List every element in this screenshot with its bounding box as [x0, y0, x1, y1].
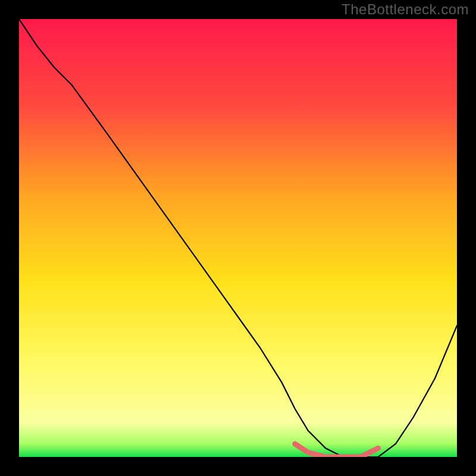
watermark-label: TheBottleneck.com: [342, 1, 469, 18]
chart-frame: TheBottleneck.com: [0, 0, 476, 476]
gradient-background: [19, 19, 457, 457]
plot-area: [19, 19, 457, 457]
chart-svg: [19, 19, 457, 457]
